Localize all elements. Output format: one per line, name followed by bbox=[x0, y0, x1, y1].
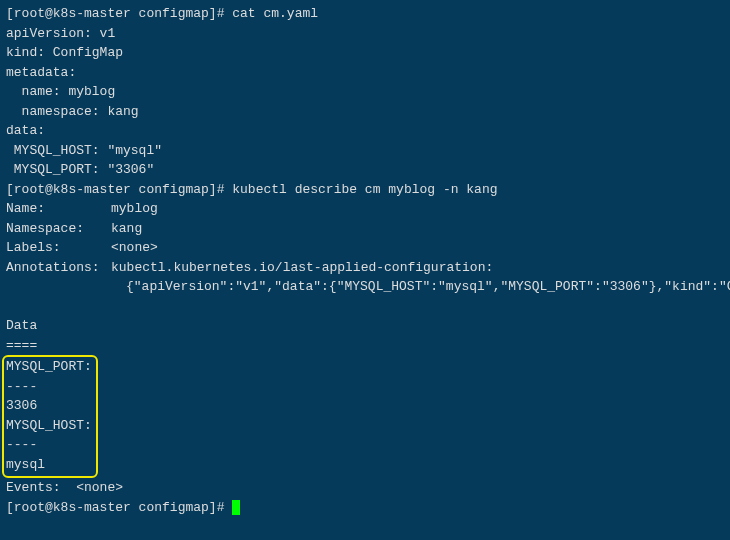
highlighted-data-section: MYSQL_PORT: ---- 3306 MYSQL_HOST: ---- m… bbox=[2, 355, 98, 478]
yaml-line: name: myblog bbox=[6, 82, 724, 102]
field-label: Annotations: bbox=[6, 258, 111, 278]
describe-row: Name:myblog bbox=[6, 199, 724, 219]
data-header: Data bbox=[6, 316, 724, 336]
data-separator: ==== bbox=[6, 336, 724, 356]
shell-prompt: [root@k8s-master configmap]# bbox=[6, 182, 232, 197]
command-text: kubectl describe cm myblog -n kang bbox=[232, 182, 497, 197]
shell-prompt: [root@k8s-master configmap]# bbox=[6, 6, 232, 21]
cursor-icon bbox=[232, 500, 240, 515]
command-text: cat cm.yaml bbox=[232, 6, 318, 21]
field-value: myblog bbox=[111, 201, 158, 216]
field-value: kubectl.kubernetes.io/last-applied-confi… bbox=[111, 260, 493, 275]
describe-row: Annotations:kubectl.kubernetes.io/last-a… bbox=[6, 258, 724, 278]
field-label: Namespace: bbox=[6, 219, 111, 239]
data-value: 3306 bbox=[6, 396, 92, 416]
events-line: Events: <none> bbox=[6, 478, 724, 498]
yaml-line: metadata: bbox=[6, 63, 724, 83]
data-dash: ---- bbox=[6, 377, 92, 397]
describe-row: Labels:<none> bbox=[6, 238, 724, 258]
describe-row: {"apiVersion":"v1","data":{"MYSQL_HOST":… bbox=[6, 277, 724, 297]
field-value: kang bbox=[111, 221, 142, 236]
data-key: MYSQL_HOST: bbox=[6, 416, 92, 436]
field-value: <none> bbox=[111, 240, 158, 255]
field-label: Name: bbox=[6, 199, 111, 219]
yaml-line: MYSQL_PORT: "3306" bbox=[6, 160, 724, 180]
yaml-line: namespace: kang bbox=[6, 102, 724, 122]
command-line: [root@k8s-master configmap]# bbox=[6, 498, 724, 518]
yaml-line: kind: ConfigMap bbox=[6, 43, 724, 63]
blank-line bbox=[6, 297, 724, 317]
command-line: [root@k8s-master configmap]# kubectl des… bbox=[6, 180, 724, 200]
yaml-line: data: bbox=[6, 121, 724, 141]
terminal-output[interactable]: [root@k8s-master configmap]# cat cm.yaml… bbox=[6, 4, 724, 517]
data-dash: ---- bbox=[6, 435, 92, 455]
field-label: Labels: bbox=[6, 238, 111, 258]
command-line: [root@k8s-master configmap]# cat cm.yaml bbox=[6, 4, 724, 24]
yaml-line: apiVersion: v1 bbox=[6, 24, 724, 44]
data-value: mysql bbox=[6, 455, 92, 475]
annotation-json: {"apiVersion":"v1","data":{"MYSQL_HOST":… bbox=[126, 279, 730, 294]
yaml-line: MYSQL_HOST: "mysql" bbox=[6, 141, 724, 161]
describe-row: Namespace:kang bbox=[6, 219, 724, 239]
shell-prompt: [root@k8s-master configmap]# bbox=[6, 500, 232, 515]
data-key: MYSQL_PORT: bbox=[6, 357, 92, 377]
